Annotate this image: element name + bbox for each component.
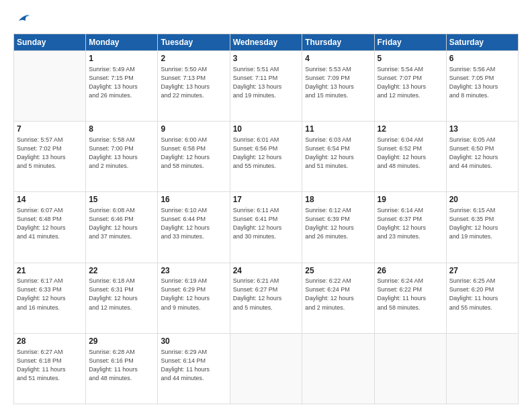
calendar-day-cell <box>230 333 302 404</box>
day-number: 27 <box>449 265 515 277</box>
calendar-week-row: 28Sunrise: 6:27 AM Sunset: 6:18 PM Dayli… <box>14 333 519 404</box>
calendar-day-cell: 28Sunrise: 6:27 AM Sunset: 6:18 PM Dayli… <box>14 333 86 404</box>
day-number: 14 <box>17 194 83 205</box>
day-number: 3 <box>233 53 300 64</box>
day-number: 7 <box>17 124 83 135</box>
day-info: Sunrise: 5:49 AM Sunset: 7:15 PM Dayligh… <box>89 65 154 100</box>
day-info: Sunrise: 6:21 AM Sunset: 6:27 PM Dayligh… <box>233 277 300 312</box>
calendar-day-cell: 9Sunrise: 6:00 AM Sunset: 6:58 PM Daylig… <box>158 122 230 192</box>
calendar-week-row: 1Sunrise: 5:49 AM Sunset: 7:15 PM Daylig… <box>14 51 519 122</box>
day-info: Sunrise: 6:01 AM Sunset: 6:56 PM Dayligh… <box>233 136 300 171</box>
day-number: 29 <box>89 336 154 347</box>
calendar-day-cell: 5Sunrise: 5:54 AM Sunset: 7:07 PM Daylig… <box>374 51 446 122</box>
day-number: 9 <box>161 124 226 135</box>
day-number: 1 <box>89 53 154 64</box>
calendar-day-cell: 30Sunrise: 6:29 AM Sunset: 6:14 PM Dayli… <box>158 333 230 404</box>
calendar-day-cell: 29Sunrise: 6:28 AM Sunset: 6:16 PM Dayli… <box>86 333 158 404</box>
day-number: 19 <box>378 194 443 205</box>
day-number: 5 <box>378 53 443 64</box>
calendar-day-cell: 23Sunrise: 6:19 AM Sunset: 6:29 PM Dayli… <box>158 263 230 333</box>
calendar-day-cell: 4Sunrise: 5:53 AM Sunset: 7:09 PM Daylig… <box>302 51 374 122</box>
day-info: Sunrise: 5:54 AM Sunset: 7:07 PM Dayligh… <box>378 65 443 100</box>
day-info: Sunrise: 6:18 AM Sunset: 6:31 PM Dayligh… <box>89 277 154 312</box>
day-info: Sunrise: 6:03 AM Sunset: 6:54 PM Dayligh… <box>305 136 371 171</box>
weekday-header-sunday: Sunday <box>14 34 86 51</box>
calendar-day-cell: 12Sunrise: 6:04 AM Sunset: 6:52 PM Dayli… <box>374 122 446 192</box>
day-number: 22 <box>89 265 154 277</box>
weekday-header-row: SundayMondayTuesdayWednesdayThursdayFrid… <box>14 34 519 51</box>
calendar-day-cell: 2Sunrise: 5:50 AM Sunset: 7:13 PM Daylig… <box>158 51 230 122</box>
calendar-day-cell: 10Sunrise: 6:01 AM Sunset: 6:56 PM Dayli… <box>230 122 302 192</box>
day-info: Sunrise: 6:24 AM Sunset: 6:22 PM Dayligh… <box>378 277 443 312</box>
day-number: 13 <box>449 124 515 135</box>
logo <box>13 12 30 27</box>
day-number: 23 <box>161 265 226 277</box>
day-info: Sunrise: 6:00 AM Sunset: 6:58 PM Dayligh… <box>161 136 226 171</box>
page: SundayMondayTuesdayWednesdayThursdayFrid… <box>0 0 532 411</box>
day-info: Sunrise: 5:50 AM Sunset: 7:13 PM Dayligh… <box>161 65 226 100</box>
day-number: 18 <box>305 194 371 205</box>
weekday-header-thursday: Thursday <box>302 34 374 51</box>
calendar-day-cell: 14Sunrise: 6:07 AM Sunset: 6:48 PM Dayli… <box>14 192 86 263</box>
weekday-header-friday: Friday <box>374 34 446 51</box>
calendar-day-cell: 17Sunrise: 6:11 AM Sunset: 6:41 PM Dayli… <box>230 192 302 263</box>
day-info: Sunrise: 6:22 AM Sunset: 6:24 PM Dayligh… <box>305 277 371 312</box>
day-number: 6 <box>449 53 515 64</box>
day-info: Sunrise: 6:15 AM Sunset: 6:35 PM Dayligh… <box>449 206 515 241</box>
logo-text <box>13 12 30 27</box>
calendar-body: 1Sunrise: 5:49 AM Sunset: 7:15 PM Daylig… <box>14 51 519 404</box>
calendar-day-cell: 26Sunrise: 6:24 AM Sunset: 6:22 PM Dayli… <box>374 263 446 333</box>
day-info: Sunrise: 5:51 AM Sunset: 7:11 PM Dayligh… <box>233 65 300 100</box>
calendar-day-cell: 6Sunrise: 5:56 AM Sunset: 7:05 PM Daylig… <box>446 51 518 122</box>
calendar-day-cell <box>374 333 446 404</box>
day-info: Sunrise: 6:10 AM Sunset: 6:44 PM Dayligh… <box>161 206 226 241</box>
calendar-day-cell: 8Sunrise: 5:58 AM Sunset: 7:00 PM Daylig… <box>86 122 158 192</box>
weekday-header-tuesday: Tuesday <box>158 34 230 51</box>
calendar-day-cell: 15Sunrise: 6:08 AM Sunset: 6:46 PM Dayli… <box>86 192 158 263</box>
day-info: Sunrise: 6:08 AM Sunset: 6:46 PM Dayligh… <box>89 206 154 241</box>
calendar-day-cell: 27Sunrise: 6:25 AM Sunset: 6:20 PM Dayli… <box>446 263 518 333</box>
day-info: Sunrise: 5:53 AM Sunset: 7:09 PM Dayligh… <box>305 65 371 100</box>
calendar-day-cell: 25Sunrise: 6:22 AM Sunset: 6:24 PM Dayli… <box>302 263 374 333</box>
day-info: Sunrise: 6:07 AM Sunset: 6:48 PM Dayligh… <box>17 206 83 241</box>
day-number: 24 <box>233 265 300 277</box>
day-info: Sunrise: 6:14 AM Sunset: 6:37 PM Dayligh… <box>378 206 443 241</box>
day-info: Sunrise: 6:27 AM Sunset: 6:18 PM Dayligh… <box>17 348 83 383</box>
calendar-week-row: 7Sunrise: 5:57 AM Sunset: 7:02 PM Daylig… <box>14 122 519 192</box>
calendar-day-cell: 11Sunrise: 6:03 AM Sunset: 6:54 PM Dayli… <box>302 122 374 192</box>
day-info: Sunrise: 6:17 AM Sunset: 6:33 PM Dayligh… <box>17 277 83 312</box>
calendar-header: SundayMondayTuesdayWednesdayThursdayFrid… <box>14 34 519 51</box>
day-info: Sunrise: 5:58 AM Sunset: 7:00 PM Dayligh… <box>89 136 154 171</box>
day-number: 4 <box>305 53 371 64</box>
calendar-day-cell: 24Sunrise: 6:21 AM Sunset: 6:27 PM Dayli… <box>230 263 302 333</box>
day-info: Sunrise: 6:29 AM Sunset: 6:14 PM Dayligh… <box>161 348 226 383</box>
calendar-day-cell <box>446 333 518 404</box>
day-info: Sunrise: 5:56 AM Sunset: 7:05 PM Dayligh… <box>449 65 515 100</box>
calendar-week-row: 14Sunrise: 6:07 AM Sunset: 6:48 PM Dayli… <box>14 192 519 263</box>
day-info: Sunrise: 6:12 AM Sunset: 6:39 PM Dayligh… <box>305 206 371 241</box>
calendar-day-cell: 3Sunrise: 5:51 AM Sunset: 7:11 PM Daylig… <box>230 51 302 122</box>
day-number: 15 <box>89 194 154 205</box>
logo-bird-icon <box>15 12 30 27</box>
day-number: 17 <box>233 194 300 205</box>
day-number: 26 <box>378 265 443 277</box>
day-number: 2 <box>161 53 226 64</box>
calendar-day-cell: 20Sunrise: 6:15 AM Sunset: 6:35 PM Dayli… <box>446 192 518 263</box>
day-number: 16 <box>161 194 226 205</box>
calendar-day-cell: 13Sunrise: 6:05 AM Sunset: 6:50 PM Dayli… <box>446 122 518 192</box>
day-info: Sunrise: 6:11 AM Sunset: 6:41 PM Dayligh… <box>233 206 300 241</box>
day-number: 21 <box>17 265 83 277</box>
day-info: Sunrise: 6:04 AM Sunset: 6:52 PM Dayligh… <box>378 136 443 171</box>
day-number: 25 <box>305 265 371 277</box>
day-info: Sunrise: 5:57 AM Sunset: 7:02 PM Dayligh… <box>17 136 83 171</box>
calendar: SundayMondayTuesdayWednesdayThursdayFrid… <box>13 34 519 404</box>
header <box>13 12 519 27</box>
day-info: Sunrise: 6:19 AM Sunset: 6:29 PM Dayligh… <box>161 277 226 312</box>
calendar-day-cell: 18Sunrise: 6:12 AM Sunset: 6:39 PM Dayli… <box>302 192 374 263</box>
calendar-week-row: 21Sunrise: 6:17 AM Sunset: 6:33 PM Dayli… <box>14 263 519 333</box>
calendar-day-cell: 21Sunrise: 6:17 AM Sunset: 6:33 PM Dayli… <box>14 263 86 333</box>
weekday-header-saturday: Saturday <box>446 34 518 51</box>
calendar-day-cell: 22Sunrise: 6:18 AM Sunset: 6:31 PM Dayli… <box>86 263 158 333</box>
calendar-day-cell: 16Sunrise: 6:10 AM Sunset: 6:44 PM Dayli… <box>158 192 230 263</box>
day-number: 8 <box>89 124 154 135</box>
